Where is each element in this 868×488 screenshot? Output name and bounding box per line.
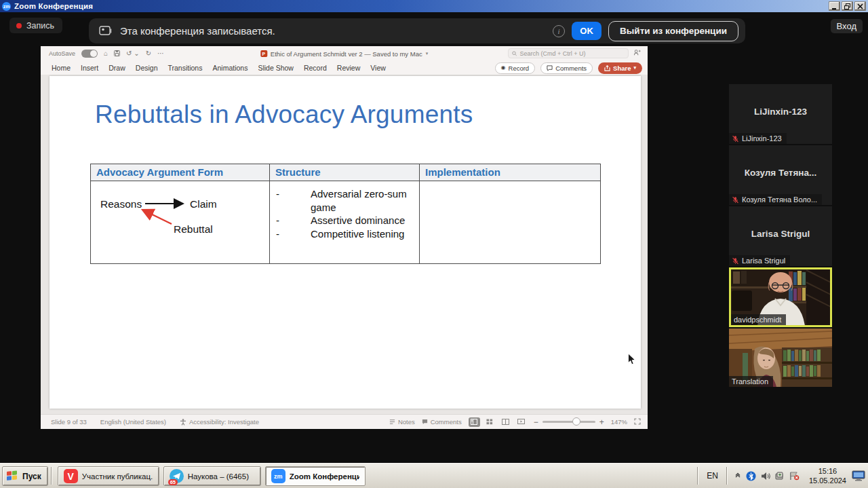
windows-logo-icon <box>7 470 18 482</box>
tab-review[interactable]: Review <box>337 64 360 72</box>
fit-slide-icon[interactable] <box>634 418 641 426</box>
record-icon: ◉ <box>501 65 506 71</box>
ppt-title-row: AutoSave ⌂ ↺ ⌄ ↻ ⋯ P Ethic of Argument S… <box>41 46 648 61</box>
tab-transitions[interactable]: Transitions <box>167 64 202 72</box>
telegram-icon: 65 <box>170 469 184 483</box>
participants-panel: LiJinxin-123 LiJinxin-123 Козуля Тетяна.… <box>729 84 832 388</box>
tray-divider <box>726 467 728 485</box>
display-tray-icon[interactable] <box>852 470 865 481</box>
zoom-icon: zm <box>271 469 285 483</box>
volume-icon[interactable] <box>761 472 770 481</box>
participant-tile[interactable]: Козуля Тетяна... Козуля Тетяна Воло... <box>729 145 832 205</box>
ok-button[interactable]: OK <box>572 22 601 40</box>
info-icon[interactable]: i <box>553 25 565 37</box>
zoom-in-icon[interactable]: + <box>599 418 604 426</box>
slide-canvas: Rebuttals in Advocacy Arguments Advocacy… <box>41 75 648 414</box>
table-header-form: Advocacy Argument Form <box>91 164 270 181</box>
search-icon <box>512 51 517 56</box>
tab-design[interactable]: Design <box>136 64 158 72</box>
share-button[interactable]: Share ▾ <box>598 62 642 74</box>
leave-meeting-button[interactable]: Выйти из конференции <box>608 21 738 41</box>
diagram-reasons-label: Reasons <box>100 198 142 210</box>
comments-status-button[interactable]: Comments <box>422 418 462 426</box>
bluetooth-icon[interactable] <box>746 471 756 481</box>
undo-icon[interactable]: ↺ ⌄ <box>126 50 140 57</box>
safely-remove-hardware-icon[interactable] <box>775 472 785 481</box>
tab-draw[interactable]: Draw <box>108 64 125 72</box>
participant-tile[interactable]: LiJinxin-123 LiJinxin-123 <box>729 84 832 144</box>
zoom-slider[interactable]: − + <box>534 418 604 426</box>
tab-home[interactable]: Home <box>52 64 71 72</box>
recording-indicator[interactable]: Запись <box>9 18 62 33</box>
autosave-toggle[interactable] <box>81 50 98 58</box>
table-header-structure: Structure <box>270 164 420 181</box>
powerpoint-doc-icon: P <box>260 50 267 57</box>
current-slide[interactable]: Rebuttals in Advocacy Arguments Advocacy… <box>50 76 641 409</box>
slide-indicator[interactable]: Slide 9 of 33 <box>51 418 87 426</box>
more-commands-icon[interactable]: ⋯ <box>157 50 164 57</box>
zoom-meeting-window: zm Zoom Конференция Запись Эта конференц… <box>0 0 868 488</box>
restore-button[interactable] <box>842 1 853 11</box>
tray-date: 15.05.2024 <box>809 476 846 485</box>
notes-icon <box>389 419 395 425</box>
tab-slideshow[interactable]: Slide Show <box>258 64 294 72</box>
zoom-slider-thumb[interactable] <box>572 417 580 426</box>
redo-icon[interactable]: ↻ <box>146 50 151 57</box>
accessibility-status[interactable]: Accessibility: Investigate <box>180 418 259 426</box>
table-cell-implementation <box>420 181 601 264</box>
slideshow-view-button[interactable] <box>515 417 527 427</box>
action-center-flag-icon[interactable] <box>789 472 800 481</box>
recording-notification-bar: Эта конференция записывается. i OK Выйти… <box>89 18 745 43</box>
taskbar-app-zoom[interactable]: zm Zoom Конференция <box>265 466 366 486</box>
recording-label: Запись <box>26 21 54 31</box>
language-indicator[interactable]: English (United States) <box>100 418 166 426</box>
document-title-area[interactable]: P Ethic of Argument Schmidt ver 2 — Save… <box>260 50 428 58</box>
tray-clock[interactable]: 15:16 15.05.2024 <box>804 466 852 486</box>
login-button[interactable]: Вход <box>831 19 863 33</box>
taskbar-app-vivaldi[interactable]: V Участник публикац... <box>58 466 159 486</box>
recording-screen-icon <box>99 26 113 36</box>
close-button[interactable] <box>854 1 866 11</box>
start-button[interactable]: Пуск <box>2 466 48 486</box>
normal-view-button[interactable] <box>469 417 480 427</box>
participant-label: Translation <box>732 377 768 386</box>
tray-time: 15:16 <box>809 466 846 476</box>
save-icon[interactable] <box>114 50 120 58</box>
zoom-app-icon: zm <box>2 2 11 11</box>
meeting-area: Запись Эта конференция записывается. i O… <box>0 12 868 463</box>
minimize-button[interactable] <box>829 1 840 11</box>
comments-icon <box>422 419 428 425</box>
zoom-out-icon[interactable]: − <box>534 418 538 426</box>
show-hidden-icons-chevron[interactable] <box>734 472 741 479</box>
chevron-down-icon: ▾ <box>426 51 429 56</box>
participant-tile-active-speaker[interactable]: davidpschmidt <box>729 267 832 327</box>
search-box[interactable] <box>508 48 629 58</box>
notes-button[interactable]: Notes <box>389 418 415 426</box>
tab-view[interactable]: View <box>370 64 386 72</box>
comments-button[interactable]: Comments <box>540 62 593 74</box>
mic-muted-icon <box>732 257 739 265</box>
search-input[interactable] <box>519 50 625 57</box>
tab-animations[interactable]: Animations <box>212 64 248 72</box>
table-cell-structure: - Adversarial zero-sum game - Assertive … <box>270 181 420 264</box>
share-presence-icon[interactable] <box>633 49 641 58</box>
vivaldi-icon: V <box>64 469 78 483</box>
window-title: Zoom Конференция <box>14 2 93 10</box>
notification-message: Эта конференция записывается. <box>120 25 275 37</box>
participant-label: davidpschmidt <box>734 316 781 324</box>
reading-view-button[interactable] <box>500 417 511 427</box>
tab-insert[interactable]: Insert <box>81 64 98 72</box>
language-indicator[interactable]: EN <box>701 471 724 481</box>
zoom-level[interactable]: 147% <box>611 418 627 426</box>
participant-name: LiJinxin-123 <box>729 107 832 117</box>
slide-table: Advocacy Argument Form Structure Impleme… <box>90 164 601 264</box>
participant-tile[interactable]: Translation <box>729 329 832 387</box>
tab-record[interactable]: Record <box>304 64 327 72</box>
record-button[interactable]: ◉ Record <box>495 62 536 74</box>
slide-sorter-view-button[interactable] <box>484 417 496 427</box>
comment-icon <box>547 65 553 71</box>
home-icon[interactable]: ⌂ <box>104 50 108 57</box>
participant-tile[interactable]: Larisa Strigul Larisa Strigul <box>729 206 832 266</box>
ppt-status-bar: Slide 9 of 33 English (United States) Ac… <box>41 414 648 429</box>
taskbar-app-telegram[interactable]: 65 Наукова – (6465) <box>163 466 261 486</box>
